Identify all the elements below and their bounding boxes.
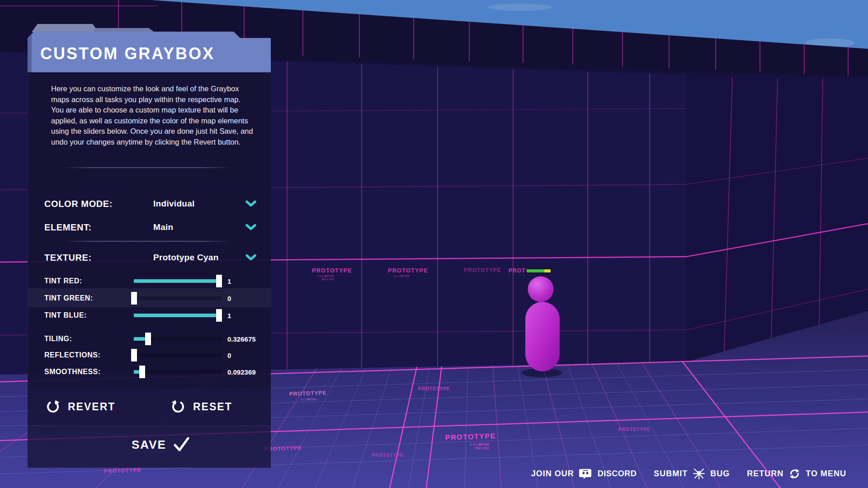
texture-value: Prototype Cyan [153, 253, 219, 263]
slider-handle[interactable] [145, 333, 151, 345]
color-mode-row: COLOR MODE: Individual [28, 196, 271, 211]
svg-text:512 x 512: 512 x 512 [475, 446, 489, 450]
divider [63, 167, 231, 168]
health-bar [526, 268, 552, 273]
reflections-label: REFLECTIONS: [44, 351, 100, 359]
footer-menu: JOIN OUR DISCORD SUBMIT BUG [531, 467, 846, 480]
svg-text:1 x 1 METER: 1 x 1 METER [300, 398, 317, 401]
bug-label: BUG [710, 469, 730, 479]
floor-texture-label: PROTOTYPE [418, 386, 450, 391]
tint-blue-value: 1 [227, 312, 231, 319]
return-label: RETURN [747, 469, 783, 479]
revert-icon [46, 399, 60, 414]
texture-row: TEXTURE: Prototype Cyan [28, 250, 271, 265]
color-mode-label: COLOR MODE: [44, 199, 113, 209]
smoothness-slider[interactable] [134, 370, 222, 374]
element-value: Main [153, 222, 173, 232]
floor-texture-label: PROTOTYPE [289, 389, 327, 397]
revert-button[interactable]: REVERT [46, 399, 115, 414]
floor-texture-label: PROTOTYPE [372, 453, 404, 458]
chevron-down-icon [245, 254, 257, 262]
save-label: SAVE [132, 438, 166, 452]
divider [63, 241, 231, 242]
tint-red-value: 1 [227, 277, 231, 285]
tint-blue-row: TINT BLUE: 1 [28, 308, 271, 323]
save-button[interactable]: SAVE [132, 437, 190, 452]
panel-title: CUSTOM GRAYBOX [40, 32, 215, 72]
wall-texture-label: PROTOTYPE [312, 267, 352, 274]
panel-header: CUSTOM GRAYBOX [28, 32, 271, 72]
texture-dropdown[interactable]: Prototype Cyan [153, 250, 263, 265]
return-to-menu-button[interactable]: RETURN TO MENU [747, 468, 846, 480]
element-row: ELEMENT: Main [28, 220, 271, 235]
smoothness-row: SMOOTHNESS: 0.092369 [28, 364, 271, 380]
slider-handle[interactable] [139, 366, 145, 378]
discord-icon [579, 468, 593, 479]
reflections-slider[interactable] [134, 353, 222, 357]
reset-label: RESET [193, 401, 232, 413]
panel-actions-row: REVERT RESET [28, 389, 271, 426]
tint-green-label: TINT GREEN: [44, 294, 93, 302]
to-menu-label: TO MENU [806, 469, 846, 479]
tiling-value: 0.326675 [227, 335, 256, 343]
submit-label: SUBMIT [654, 469, 688, 479]
tint-red-slider[interactable] [134, 279, 222, 283]
slider-handle[interactable] [131, 349, 137, 361]
texture-label: TEXTURE: [44, 253, 92, 263]
tint-blue-label: TINT BLUE: [44, 311, 87, 319]
wall-texture-label: PROTOTYPE [388, 267, 428, 274]
color-mode-dropdown[interactable]: Individual [153, 196, 263, 211]
panel-save-row: SAVE [28, 426, 271, 468]
svg-text:1 x 1 METER: 1 x 1 METER [317, 275, 334, 277]
check-icon [173, 437, 190, 452]
tiling-slider[interactable] [134, 337, 222, 341]
floor-texture-label: PROTOTYPE [104, 467, 142, 474]
tiling-row: TILING: 0.326675 [28, 331, 271, 347]
smoothness-value: 0.092369 [227, 368, 256, 376]
custom-graybox-panel: CUSTOM GRAYBOX Here you can customize th… [28, 24, 271, 468]
join-discord-button[interactable]: JOIN OUR DISCORD [531, 468, 637, 479]
discord-label: DISCORD [598, 469, 637, 479]
svg-text:1 x 1 METER: 1 x 1 METER [470, 443, 489, 446]
element-label: ELEMENT: [44, 222, 92, 233]
join-our-label: JOIN OUR [531, 469, 574, 479]
tint-red-row: TINT RED: 1 [28, 273, 271, 289]
panel-description: Here you can customize the look and feel… [51, 84, 253, 148]
slider-handle[interactable] [131, 292, 137, 305]
chevron-down-icon [245, 224, 257, 231]
panel-body: Here you can customize the look and feel… [28, 72, 271, 389]
panel-tab-left[interactable] [32, 24, 99, 32]
reflections-value: 0 [227, 352, 231, 359]
slider-handle[interactable] [216, 275, 222, 287]
slider-handle[interactable] [216, 309, 222, 322]
svg-text:1 x 1 METER: 1 x 1 METER [393, 275, 410, 277]
return-circular-arrows-icon [788, 468, 801, 480]
tint-blue-slider[interactable] [134, 314, 222, 317]
smoothness-label: SMOOTHNESS: [44, 368, 101, 376]
chevron-down-icon [245, 200, 257, 208]
game-screen: PROTOTYPE 1 x 1 METER 512 x 512 PROTOTYP… [0, 0, 868, 488]
wall-texture-label: PROTOTYPE [464, 267, 501, 273]
tint-red-label: TINT RED: [44, 277, 82, 285]
svg-text:512 x 512: 512 x 512 [321, 278, 334, 281]
reset-icon [171, 399, 185, 414]
element-dropdown[interactable]: Main [153, 220, 263, 235]
bug-icon [693, 467, 705, 480]
tiling-label: TILING: [44, 335, 72, 343]
reset-button[interactable]: RESET [171, 399, 232, 414]
tint-green-slider[interactable] [134, 296, 222, 300]
color-mode-value: Individual [153, 199, 195, 209]
submit-bug-button[interactable]: SUBMIT BUG [654, 467, 730, 480]
tint-green-row: TINT GREEN: 0 [28, 291, 271, 306]
reflections-row: REFLECTIONS: 0 [28, 347, 271, 363]
revert-label: REVERT [68, 401, 115, 413]
floor-texture-label: PROTOTYPE [618, 427, 651, 432]
tint-green-value: 0 [227, 295, 231, 302]
